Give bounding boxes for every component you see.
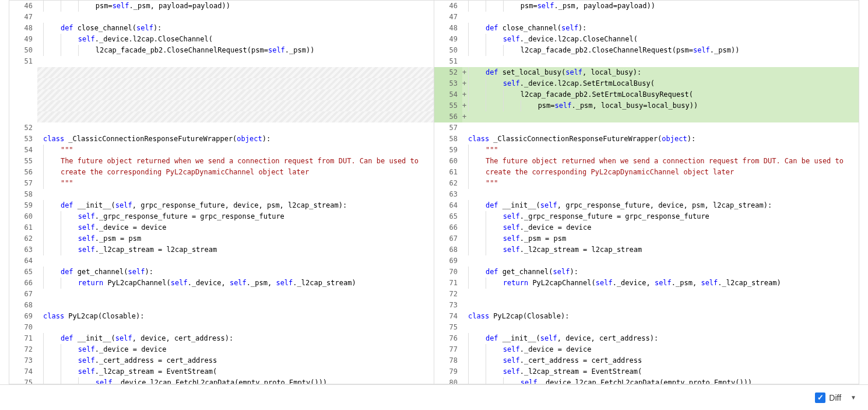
code-line[interactable]: 50 l2cap_facade_pb2.CloseChannelRequest(… — [434, 45, 859, 56]
code-line[interactable]: 78 self._cert_address = cert_address — [434, 355, 859, 366]
line-content — [468, 12, 859, 23]
code-line[interactable]: 77 self._device = device — [434, 344, 859, 355]
code-line[interactable]: 53+ self._device.l2cap.SetErtmLocalBusy( — [434, 78, 859, 89]
code-line[interactable]: 67 self._psm = psm — [434, 233, 859, 244]
diff-toggle[interactable]: ✓ Diff ▼ — [815, 393, 856, 403]
code-line[interactable]: 57 """ — [9, 178, 434, 189]
code-line[interactable]: 52+ def set_local_busy(self, local_busy)… — [434, 67, 859, 78]
code-line[interactable]: 49 self._device.l2cap.CloseChannel( — [9, 34, 434, 45]
line-content — [468, 289, 859, 300]
code-line[interactable]: 64 def __init__(self, grpc_response_futu… — [434, 200, 859, 211]
diff-right-pane[interactable]: 46 psm=self._psm, payload=payload))4748 … — [434, 1, 859, 384]
line-number: 65 — [9, 267, 37, 278]
code-line[interactable]: 57 — [434, 122, 859, 134]
code-line[interactable]: 72 self._device = device — [9, 344, 434, 355]
code-line[interactable]: 73 — [434, 300, 859, 311]
code-line[interactable]: 68 — [9, 300, 434, 311]
code-line[interactable]: 73 self._cert_address = cert_address — [9, 355, 434, 366]
code-line[interactable]: 67 — [9, 289, 434, 300]
code-line[interactable]: 75 self._device.l2cap.FetchL2capData(emp… — [9, 377, 434, 384]
code-line[interactable]: 74 self._l2cap_stream = EventStream( — [9, 366, 434, 377]
code-line[interactable]: 76 def __init__(self, device, cert_addre… — [434, 333, 859, 344]
line-content: The future object returned when we send … — [43, 156, 434, 167]
code-line[interactable]: 49 self._device.l2cap.CloseChannel( — [434, 34, 859, 45]
code-line[interactable]: 58class _ClassicConnectionResponseFuture… — [434, 134, 859, 145]
code-line[interactable]: 75 — [434, 322, 859, 333]
code-line[interactable]: 62 self._psm = psm — [9, 233, 434, 244]
code-line[interactable] — [9, 67, 434, 78]
code-line[interactable]: 48 def close_channel(self): — [434, 23, 859, 34]
code-line[interactable]: 48 def close_channel(self): — [9, 23, 434, 34]
code-line[interactable]: 69 — [434, 255, 859, 267]
line-number: 56 — [9, 167, 37, 178]
code-line[interactable]: 51 — [434, 56, 859, 67]
line-number: 61 — [9, 222, 37, 233]
code-line[interactable]: 66 self._device = device — [434, 222, 859, 233]
diff-marker — [37, 67, 43, 78]
line-number: 64 — [9, 255, 37, 267]
code-line[interactable]: 59 """ — [434, 145, 859, 156]
code-line[interactable] — [9, 89, 434, 100]
code-line[interactable]: 62 """ — [434, 178, 859, 189]
diff-marker — [37, 145, 43, 156]
code-line[interactable]: 70 — [9, 322, 434, 333]
code-line[interactable]: 72 — [434, 289, 859, 300]
diff-marker — [462, 156, 468, 167]
code-line[interactable]: 56+ — [434, 111, 859, 122]
line-number: 80 — [434, 377, 462, 384]
code-line[interactable]: 56 create the corresponding PyL2capDynam… — [9, 167, 434, 178]
code-line[interactable]: 55+ psm=self._psm, local_busy=local_busy… — [434, 100, 859, 111]
code-line[interactable]: 54 """ — [9, 145, 434, 156]
code-line[interactable]: 68 self._l2cap_stream = l2cap_stream — [434, 244, 859, 255]
diff-marker — [37, 134, 43, 145]
code-line[interactable]: 47 — [434, 12, 859, 23]
diff-marker — [37, 322, 43, 333]
line-content: self._cert_address = cert_address — [43, 355, 434, 366]
line-number: 70 — [434, 267, 462, 278]
code-line[interactable]: 61 create the corresponding PyL2capDynam… — [434, 167, 859, 178]
code-line[interactable]: 47 — [9, 12, 434, 23]
code-line[interactable]: 50 l2cap_facade_pb2.CloseChannelRequest(… — [9, 45, 434, 56]
code-line[interactable]: 71 return PyL2capChannel(self._device, s… — [434, 278, 859, 289]
diff-marker — [37, 89, 43, 100]
diff-marker — [37, 311, 43, 322]
code-line[interactable]: 59 def __init__(self, grpc_response_futu… — [9, 200, 434, 211]
code-line[interactable]: 55 The future object returned when we se… — [9, 156, 434, 167]
diff-left-pane[interactable]: 46 psm=self._psm, payload=payload))4748 … — [9, 1, 434, 384]
checkbox-icon[interactable]: ✓ — [815, 393, 825, 403]
line-content: l2cap_facade_pb2.CloseChannelRequest(psm… — [43, 45, 434, 56]
code-line[interactable]: 60 self._grpc_response_future = grpc_res… — [9, 211, 434, 222]
code-line[interactable] — [9, 78, 434, 89]
diff-container: 46 psm=self._psm, payload=payload))4748 … — [9, 0, 859, 384]
code-line[interactable] — [9, 111, 434, 122]
line-content — [43, 289, 434, 300]
code-line[interactable]: 60 The future object returned when we se… — [434, 156, 859, 167]
code-line[interactable]: 63 — [434, 189, 859, 200]
line-number — [9, 89, 37, 100]
code-line[interactable]: 46 psm=self._psm, payload=payload)) — [434, 1, 859, 12]
code-line[interactable]: 53class _ClassicConnectionResponseFuture… — [9, 134, 434, 145]
code-line[interactable]: 64 — [9, 255, 434, 267]
line-content: l2cap_facade_pb2.SetErtmLocalBusyRequest… — [468, 89, 859, 100]
code-line[interactable]: 71 def __init__(self, device, cert_addre… — [9, 333, 434, 344]
chevron-down-icon[interactable]: ▼ — [851, 394, 856, 401]
code-line[interactable]: 54+ l2cap_facade_pb2.SetErtmLocalBusyReq… — [434, 89, 859, 100]
code-line[interactable]: 65 def get_channel(self): — [9, 267, 434, 278]
code-line[interactable]: 80 self._device.l2cap.FetchL2capData(emp… — [434, 377, 859, 384]
code-line[interactable]: 61 self._device = device — [9, 222, 434, 233]
code-line[interactable]: 46 psm=self._psm, payload=payload)) — [9, 1, 434, 12]
code-line[interactable]: 79 self._l2cap_stream = EventStream( — [434, 366, 859, 377]
line-number: 63 — [434, 189, 462, 200]
code-line[interactable]: 51 — [9, 56, 434, 67]
code-line[interactable]: 63 self._l2cap_stream = l2cap_stream — [9, 244, 434, 255]
code-line[interactable] — [9, 100, 434, 111]
code-line[interactable]: 69class PyL2cap(Closable): — [9, 311, 434, 322]
code-line[interactable]: 52 — [9, 122, 434, 134]
code-line[interactable]: 66 return PyL2capChannel(self._device, s… — [9, 278, 434, 289]
line-content: self._device = device — [43, 344, 434, 355]
code-line[interactable]: 70 def get_channel(self): — [434, 267, 859, 278]
line-content — [43, 67, 434, 78]
code-line[interactable]: 65 self._grpc_response_future = grpc_res… — [434, 211, 859, 222]
code-line[interactable]: 58 — [9, 189, 434, 200]
code-line[interactable]: 74class PyL2cap(Closable): — [434, 311, 859, 322]
